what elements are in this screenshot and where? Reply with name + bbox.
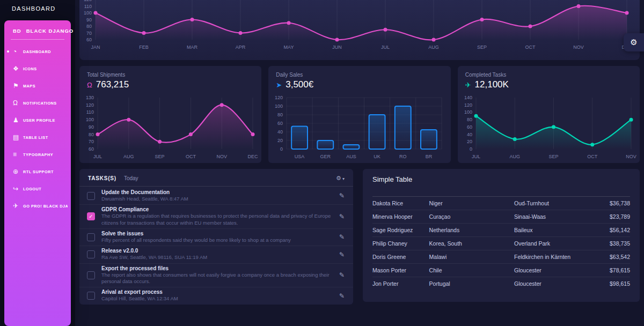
svg-text:80: 80 (277, 112, 283, 117)
task-checkbox[interactable] (87, 292, 95, 300)
cell-salary: $63,542 (599, 250, 630, 264)
svg-text:120: 120 (464, 102, 472, 108)
svg-text:0: 0 (280, 146, 283, 152)
svg-text:NOV: NOV (626, 154, 636, 159)
brand-initials: BD (13, 28, 21, 34)
task-description: Fifty percent of all respondents said th… (101, 237, 334, 243)
svg-text:MAY: MAY (284, 45, 294, 50)
settings-button[interactable]: ⚙ (624, 33, 644, 51)
sidebar-item-icon: ⊕ (13, 168, 23, 175)
stat-card-icon: ➤ (276, 81, 282, 89)
cell-country: Chile (429, 264, 514, 277)
cell-city: Oud-Turnhout (514, 197, 599, 210)
cell-city: Feldkirchen in Kärnten (514, 250, 599, 264)
svg-text:130: 130 (86, 95, 94, 100)
svg-text:0: 0 (470, 146, 472, 152)
stat-card-value: 12,100K (475, 79, 509, 90)
sidebar-item-icon: ⚑ (13, 82, 23, 90)
page-title[interactable]: DASHBOARD (12, 5, 55, 12)
sidebar-item-label: ICONS (23, 66, 37, 71)
svg-text:140: 140 (464, 95, 472, 100)
simple-table-card: Simple Table Dakota Rice Niger Oud-Turnh… (363, 169, 640, 302)
pencil-icon[interactable]: ✎ (339, 251, 345, 258)
sidebar-item[interactable]: ↪ LOGOUT (4, 180, 71, 197)
sidebar-item[interactable]: ▤ TABLE LIST (4, 129, 71, 146)
sidebar-item-icon: ❖ (13, 65, 23, 72)
table-row: Sage Rodriguez Netherlands Baileux $56,1… (372, 224, 630, 237)
task-checkbox[interactable] (87, 250, 95, 258)
sidebar-item-label: MAPS (23, 84, 35, 88)
svg-text:UK: UK (374, 154, 381, 159)
stat-card-icon: Ω (87, 81, 92, 89)
table-row: Mason Porter Chile Gloucester $78,615 (372, 264, 630, 277)
sidebar-item-label: NOTIFICATIONS (23, 101, 57, 106)
task-checkbox[interactable] (87, 271, 95, 279)
pencil-icon[interactable]: ✎ (339, 192, 345, 199)
dashboard-app: DASHBOARD BD BLACK DJANGO ◔ DASHBOARD ❖ … (0, 0, 644, 326)
svg-text:AUS: AUS (346, 154, 356, 159)
task-title: Solve the issues (101, 231, 334, 236)
sidebar: BD BLACK DJANGO ◔ DASHBOARD ❖ ICONS ⚑ MA… (4, 20, 71, 326)
tasks-title: TASKS(S) (88, 175, 116, 181)
svg-text:70: 70 (86, 31, 92, 36)
table-body: Dakota Rice Niger Oud-Turnhout $36,738 M… (372, 197, 630, 291)
svg-text:110: 110 (84, 4, 92, 9)
cell-name: Philip Chaney (372, 237, 429, 250)
cell-name: Jon Porter (372, 277, 429, 291)
sidebar-item[interactable]: ⚑ MAPS (4, 77, 71, 94)
svg-text:USA: USA (295, 154, 305, 159)
table-header-cell (372, 188, 429, 197)
sidebar-item-label: TABLE LIST (23, 135, 48, 140)
cell-city: Overland Park (514, 237, 599, 250)
sidebar-item-icon: ≡ (13, 151, 23, 158)
stat-card-title: Completed Tasks (458, 66, 640, 78)
bottom-row: TASKS(S) Today ⚙▾ Update the Documentati… (79, 169, 640, 305)
svg-text:100: 100 (84, 10, 92, 16)
pencil-icon[interactable]: ✎ (339, 213, 345, 220)
task-title: GDPR Compliance (101, 206, 334, 212)
table-row: Philip Chaney Korea, South Overland Park… (372, 237, 630, 250)
sidebar-item[interactable]: Ω NOTIFICATIONS (4, 94, 71, 112)
pencil-icon[interactable]: ✎ (339, 292, 345, 300)
svg-text:90: 90 (86, 17, 92, 23)
svg-text:80: 80 (89, 132, 94, 137)
sidebar-item[interactable]: ⊕ RTL SUPPORT (4, 163, 71, 180)
task-text: Update the Documentation Dwuamish Head, … (101, 189, 334, 202)
cell-country: Netherlands (429, 224, 514, 237)
task-description: Capitol Hill, Seattle, WA 12:34 AM (101, 295, 334, 302)
table-header-cell (514, 188, 599, 197)
sidebar-item[interactable]: ≡ TYPOGRAPHY (4, 146, 71, 163)
task-title: Arival at export process (101, 289, 334, 295)
tasks-settings-menu[interactable]: ⚙▾ (336, 175, 345, 182)
sidebar-brand[interactable]: BD BLACK DJANGO (4, 20, 71, 39)
pencil-icon[interactable]: ✎ (339, 271, 345, 279)
svg-text:120: 120 (84, 0, 92, 2)
tasks-subtitle: Today (124, 175, 138, 181)
task-checkbox[interactable] (87, 233, 95, 241)
svg-text:RO: RO (399, 154, 407, 159)
svg-text:100: 100 (86, 117, 94, 122)
cell-country: Niger (429, 197, 514, 210)
sidebar-item-icon: Ω (13, 99, 23, 107)
svg-text:120: 120 (275, 95, 283, 100)
stat-cards-row: Total Shipments Ω 763,215 60708090100110… (79, 66, 640, 163)
sidebar-item[interactable]: ✈ GO PRO! BLACK DJANGO PRO (4, 197, 71, 214)
cell-name: Minerva Hooper (372, 210, 429, 224)
gear-icon: ⚙ (336, 175, 341, 181)
svg-text:NOV: NOV (573, 45, 584, 50)
sidebar-item[interactable]: ♟ USER PROFILE (4, 112, 71, 129)
table-header-row (372, 188, 630, 197)
svg-text:AUG: AUG (428, 45, 439, 50)
task-checkbox[interactable] (87, 192, 95, 200)
svg-text:70: 70 (89, 139, 94, 144)
svg-text:120: 120 (86, 102, 94, 108)
pencil-icon[interactable]: ✎ (339, 233, 345, 241)
task-title: Update the Documentation (101, 189, 334, 195)
task-row: Release v2.0.0 Ra Ave SW, Seattle, WA 98… (79, 246, 353, 263)
task-checkbox[interactable] (87, 212, 95, 220)
sidebar-item[interactable]: ◔ DASHBOARD (4, 43, 71, 60)
table-head (372, 188, 630, 197)
tasks-card: TASKS(S) Today ⚙▾ Update the Documentati… (79, 169, 353, 305)
task-row: Export the processed files The report al… (79, 264, 353, 288)
sidebar-item[interactable]: ❖ ICONS (4, 60, 71, 77)
